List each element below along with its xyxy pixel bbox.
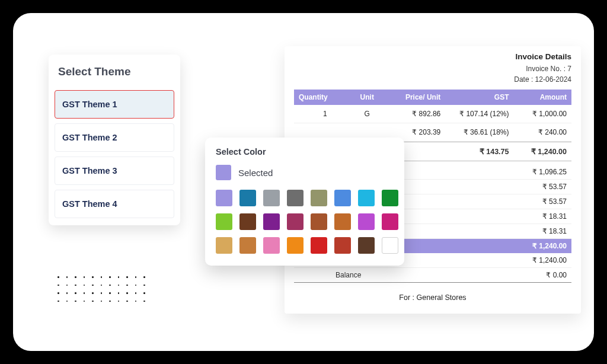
color-swatch[interactable]: [287, 237, 304, 254]
color-picker-panel: Select Color Selected: [205, 138, 404, 266]
color-swatch[interactable]: [382, 237, 398, 254]
cell-gst: ₹ 36.61 (18%): [440, 128, 509, 136]
color-swatch[interactable]: [239, 190, 256, 206]
color-swatch[interactable]: [311, 237, 327, 254]
invoice-no-line: Invoice No. : 7: [294, 65, 571, 73]
selected-swatch: [216, 165, 231, 180]
color-swatch[interactable]: [216, 190, 232, 206]
invoice-table-head: Quantity Unit Price/ Unit GST Amount: [294, 90, 571, 105]
invoice-no-value: 7: [567, 65, 571, 73]
color-swatch[interactable]: [334, 213, 351, 230]
for-label: For :: [399, 293, 414, 302]
color-swatch[interactable]: [287, 213, 304, 230]
total-gst: ₹ 143.75: [440, 147, 509, 156]
theme-item-4[interactable]: GST Theme 4: [55, 190, 174, 218]
color-swatch[interactable]: [311, 213, 327, 230]
col-amount: Amount: [509, 93, 567, 101]
invoice-for-line: For : General Stores: [294, 283, 571, 302]
theme-panel: Select Theme GST Theme 1GST Theme 2GST T…: [49, 55, 180, 225]
for-value: General Stores: [417, 293, 467, 302]
cell-unit: G: [352, 110, 383, 118]
theme-item-1[interactable]: GST Theme 1: [55, 90, 174, 119]
cell-amount: ₹ 240.00: [509, 128, 567, 136]
invoice-title: Invoice Details: [294, 52, 571, 61]
theme-item-3[interactable]: GST Theme 3: [55, 157, 174, 185]
cell-gst: ₹ 107.14 (12%): [440, 110, 509, 118]
summary-value: ₹ 18.31: [542, 212, 567, 221]
summary-value: ₹ 53.57: [542, 183, 567, 191]
received-value: ₹ 1,240.00: [532, 256, 567, 264]
summary-balance: Balance₹ 0.00: [294, 268, 571, 283]
invoice-no-label: Invoice No. :: [526, 65, 566, 73]
selected-color-row: Selected: [216, 165, 394, 180]
color-swatch[interactable]: [239, 213, 256, 230]
color-swatch[interactable]: [334, 190, 351, 206]
cell-price: ₹ 203.39: [383, 128, 440, 136]
color-swatch[interactable]: [263, 237, 280, 254]
invoice-date-line: Date : 12-06-2024: [294, 75, 571, 84]
color-swatch[interactable]: [382, 190, 398, 206]
color-swatch[interactable]: [382, 213, 398, 230]
color-swatch[interactable]: [239, 237, 256, 254]
color-picker-title: Select Color: [216, 147, 394, 157]
col-quantity: Quantity: [299, 93, 352, 101]
summary-value: ₹ 53.57: [542, 197, 567, 206]
col-price: Price/ Unit: [383, 93, 440, 101]
color-swatch[interactable]: [216, 213, 232, 230]
invoice-row: 1G₹ 892.86₹ 107.14 (12%)₹ 1,000.00: [294, 105, 571, 123]
color-swatch[interactable]: [358, 237, 375, 254]
color-swatch[interactable]: [358, 190, 375, 206]
theme-panel-title: Select Theme: [55, 63, 174, 85]
invoice-date-value: 12-06-2024: [535, 75, 571, 84]
col-gst: GST: [440, 93, 509, 101]
balance-value: ₹ 0.00: [546, 271, 567, 279]
cell-unit: [352, 128, 383, 136]
color-swatch[interactable]: [263, 190, 280, 206]
color-swatch[interactable]: [311, 190, 327, 206]
cell-qty: [299, 128, 352, 136]
app-stage: Select Theme GST Theme 1GST Theme 2GST T…: [13, 13, 594, 351]
color-swatch[interactable]: [334, 237, 351, 254]
cell-qty: 1: [299, 110, 352, 118]
total-amount: ₹ 1,240.00: [509, 147, 567, 156]
theme-item-2[interactable]: GST Theme 2: [55, 123, 174, 152]
col-unit: Unit: [352, 93, 383, 101]
color-swatch[interactable]: [216, 237, 232, 254]
invoice-date-label: Date :: [514, 75, 533, 84]
summary-value: ₹ 18.31: [542, 227, 567, 235]
color-swatch[interactable]: [287, 190, 304, 206]
balance-label: Balance: [336, 271, 361, 279]
selected-label: Selected: [238, 168, 273, 178]
swatch-grid: [216, 190, 394, 254]
color-swatch[interactable]: [263, 213, 280, 230]
decorative-dots: [57, 276, 143, 302]
summary-value: ₹ 1,096.25: [532, 168, 567, 176]
cell-amount: ₹ 1,000.00: [509, 110, 567, 118]
invoice-header: Invoice Details Invoice No. : 7 Date : 1…: [294, 52, 571, 84]
color-swatch[interactable]: [358, 213, 375, 230]
grand-total-value: ₹ 1,240.00: [532, 242, 567, 250]
cell-price: ₹ 892.86: [383, 110, 440, 118]
theme-list: GST Theme 1GST Theme 2GST Theme 3GST The…: [55, 90, 174, 218]
